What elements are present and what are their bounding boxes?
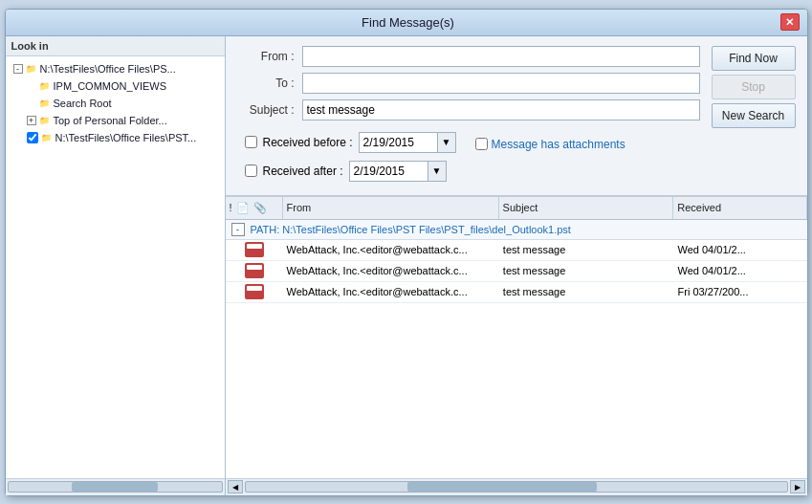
search-form: From : To : Subject : [226, 36, 807, 196]
expand-icon-3[interactable]: + [27, 116, 36, 125]
result-row-0[interactable]: WebAttack, Inc.<editor@webattack.c... te… [226, 240, 807, 261]
col-header-received[interactable]: Received [673, 197, 806, 219]
received-after-label: Received after : [263, 164, 343, 178]
subject-input[interactable] [302, 99, 700, 121]
result-subject-0: test message [499, 244, 674, 255]
result-icon-cell-1 [226, 263, 283, 278]
path-label: PATH: N:\TestFiles\Office Files\PST File… [251, 224, 571, 235]
main-window: Find Message(s) ✕ Look in - 📁 N:\TestFil… [5, 9, 808, 496]
col-header-from[interactable]: From [283, 197, 499, 219]
scroll-left-arrow[interactable]: ◀ [228, 480, 243, 493]
message-icon-2 [245, 284, 264, 299]
result-row-2[interactable]: WebAttack, Inc.<editor@webattack.c... te… [226, 282, 807, 303]
subject-row: Subject : [237, 99, 700, 121]
col-icon-exclaim: ! [230, 202, 232, 213]
results-area: ! 📄 📎 From Subject Received [226, 196, 807, 495]
to-input[interactable] [302, 73, 700, 94]
tree-label-1: IPM_COMMON_VIEWS [54, 80, 167, 92]
received-after-row: Received after : ▼ [245, 161, 447, 182]
received-before-date-group: ▼ [359, 132, 456, 153]
find-now-button[interactable]: Find Now [712, 46, 796, 71]
col-from-label: From [287, 202, 312, 213]
col-header-subject[interactable]: Subject [499, 197, 674, 219]
attachments-checkbox[interactable] [475, 138, 488, 150]
path-collapse-btn[interactable]: - [231, 223, 245, 236]
tree-item-3[interactable]: + 📁 Top of Personal Folder... [23, 112, 225, 129]
result-from-1: WebAttack, Inc.<editor@webattack.c... [283, 265, 499, 276]
tree-item-4[interactable]: 📁 N:\TestFiles\Office Files\PST... [23, 129, 225, 146]
action-buttons: Find Now Stop New Search [712, 46, 796, 128]
results-body: - PATH: N:\TestFiles\Office Files\PST Fi… [226, 220, 807, 478]
received-after-checkbox[interactable] [245, 164, 257, 177]
from-input[interactable] [302, 46, 700, 67]
received-before-checkbox[interactable] [245, 136, 257, 148]
folder-icon-1: 📁 [38, 79, 52, 93]
stop-button[interactable]: Stop [712, 75, 796, 99]
attachments-row: Message has attachments [475, 138, 625, 151]
left-panel: Look in - 📁 N:\TestFiles\Office Files\PS… [6, 36, 226, 495]
folder-icon-4: 📁 [40, 131, 54, 144]
tree-item-0[interactable]: - 📁 N:\TestFiles\Office Files\PS... [10, 60, 225, 77]
result-from-0: WebAttack, Inc.<editor@webattack.c... [283, 244, 499, 255]
bottom-hscrollbar-thumb [407, 482, 597, 492]
left-scrollbar-area [6, 478, 225, 495]
col-received-label: Received [677, 202, 721, 213]
message-icon-0 [245, 242, 264, 257]
to-label: To : [237, 77, 295, 90]
tree-label-0: N:\TestFiles\Office Files\PS... [40, 63, 176, 75]
results-header: ! 📄 📎 From Subject Received [226, 197, 807, 220]
result-received-2: Fri 03/27/200... [674, 286, 807, 297]
tree-item-1[interactable]: 📁 IPM_COMMON_VIEWS [23, 77, 225, 95]
new-search-button[interactable]: New Search [712, 103, 796, 128]
result-row-1[interactable]: WebAttack, Inc.<editor@webattack.c... te… [226, 261, 807, 282]
col-icon-doc: 📄 [236, 202, 250, 214]
received-after-date-group: ▼ [349, 161, 447, 182]
tree-item-2[interactable]: 📁 Search Root [23, 95, 225, 112]
from-row: From : [237, 46, 700, 67]
received-before-date-btn[interactable]: ▼ [437, 132, 456, 153]
right-panel: From : To : Subject : [226, 36, 807, 495]
result-from-2: WebAttack, Inc.<editor@webattack.c... [283, 286, 499, 297]
folder-icon-0: 📁 [25, 62, 38, 76]
from-label: From : [237, 50, 295, 63]
tree-area: - 📁 N:\TestFiles\Office Files\PS... 📁 IP… [6, 56, 225, 478]
to-row: To : [237, 73, 700, 94]
col-subject-label: Subject [503, 202, 538, 213]
result-subject-1: test message [499, 265, 674, 276]
result-received-0: Wed 04/01/2... [674, 244, 807, 255]
tree-checkbox-4[interactable] [27, 132, 38, 143]
attachments-label: Message has attachments [492, 138, 625, 151]
close-button[interactable]: ✕ [780, 13, 800, 31]
folder-icon-2: 📁 [38, 97, 52, 110]
scroll-right-arrow[interactable]: ▶ [790, 480, 805, 493]
tree-label-4: N:\TestFiles\Office Files\PST... [55, 132, 197, 143]
folder-icon-3: 📁 [38, 114, 52, 127]
left-hscrollbar[interactable] [8, 481, 223, 493]
path-row: - PATH: N:\TestFiles\Office Files\PST Fi… [226, 220, 807, 240]
result-subject-2: test message [499, 286, 674, 297]
result-icon-cell-2 [226, 284, 283, 299]
message-icon-1 [245, 263, 264, 278]
received-after-date-input[interactable] [349, 161, 428, 182]
window-body: Look in - 📁 N:\TestFiles\Office Files\PS… [6, 36, 807, 495]
bottom-scroll-area: ◀ ▶ [226, 478, 807, 495]
title-bar: Find Message(s) ✕ [6, 10, 807, 36]
left-hscrollbar-thumb [72, 482, 157, 492]
received-before-date-input[interactable] [359, 132, 437, 153]
col-icon-attach: 📎 [253, 202, 267, 214]
col-header-icons[interactable]: ! 📄 📎 [226, 197, 283, 219]
expand-icon-0[interactable]: - [13, 64, 23, 74]
bottom-hscrollbar[interactable] [245, 481, 788, 493]
subject-label: Subject : [237, 103, 295, 117]
tree-label-3: Top of Personal Folder... [54, 115, 167, 126]
window-title: Find Message(s) [36, 15, 780, 30]
look-in-label: Look in [6, 36, 225, 56]
tree-label-2: Search Root [54, 98, 112, 109]
received-before-label: Received before : [263, 136, 353, 149]
result-icon-cell-0 [226, 242, 283, 257]
received-before-row: Received before : ▼ [245, 132, 456, 153]
result-received-1: Wed 04/01/2... [674, 265, 807, 276]
received-after-date-btn[interactable]: ▼ [428, 161, 447, 182]
